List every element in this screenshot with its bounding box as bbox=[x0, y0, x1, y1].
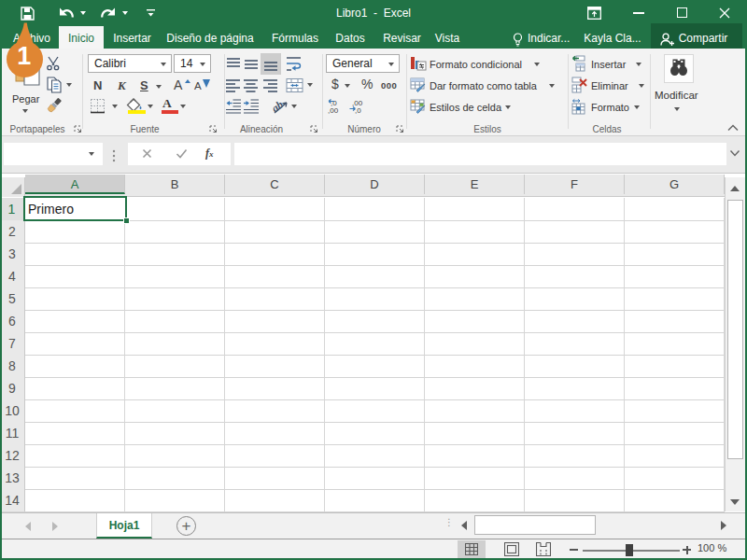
svg-text:,0: ,0 bbox=[355, 106, 361, 115]
svg-text:,00: ,00 bbox=[328, 106, 339, 115]
svg-text:ab: ab bbox=[272, 98, 286, 115]
svg-text:1: 1 bbox=[17, 42, 31, 70]
